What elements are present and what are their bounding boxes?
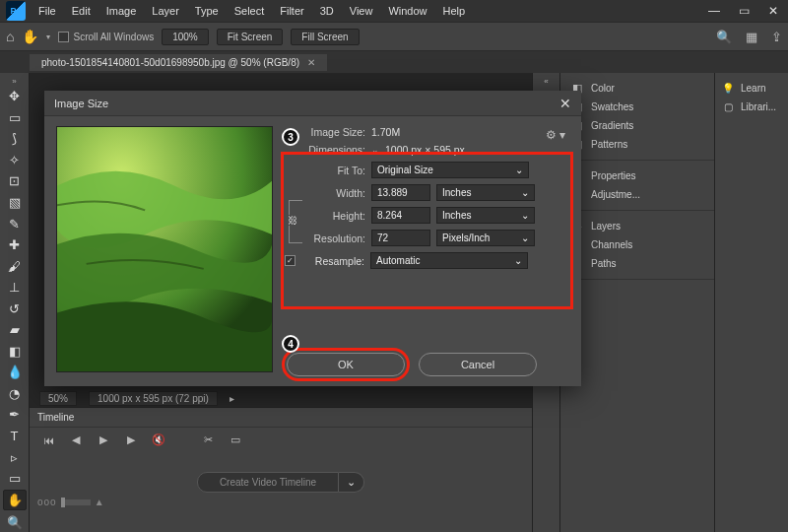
- app-logo: Ps: [6, 1, 26, 21]
- menu-3d[interactable]: 3D: [313, 3, 341, 19]
- cancel-button[interactable]: Cancel: [419, 353, 537, 376]
- menu-image[interactable]: Image: [99, 3, 144, 19]
- farpanel-librari[interactable]: ▢Librari...: [715, 98, 788, 116]
- frame-tool[interactable]: ▧: [3, 193, 27, 213]
- zoom-level-button[interactable]: 100%: [162, 29, 209, 45]
- menu-window[interactable]: Window: [381, 3, 433, 19]
- titlebar: Ps FileEditImageLayerTypeSelectFilter3DV…: [0, 0, 788, 22]
- menu-view[interactable]: View: [343, 3, 380, 19]
- panel-channels[interactable]: ◉Channels: [560, 235, 714, 254]
- panel-gradients[interactable]: ▤Gradients: [560, 116, 714, 135]
- tools-panel: » ✥ ▭ ⟆ ✧ ⊡ ▧ ✎ ✚ 🖌 ⊥ ↺ ▰ ◧ 💧 ◔ ✒ T ▹ ▭ …: [0, 73, 30, 532]
- document-tab-bar: photo-1501854140801-50d01698950b.jpg @ 5…: [0, 51, 788, 73]
- callout-4: 4: [282, 335, 299, 353]
- document-tab[interactable]: photo-1501854140801-50d01698950b.jpg @ 5…: [30, 54, 327, 71]
- dialog-close-icon[interactable]: ✕: [559, 96, 571, 111]
- callout-3: 3: [282, 128, 299, 146]
- status-bar: 50% 1000 px x 595 px (72 ppi) ▸: [30, 389, 234, 407]
- image-size-value: 1.70M: [371, 126, 400, 138]
- panel-collapse-icon[interactable]: «: [544, 77, 548, 86]
- close-button[interactable]: ✕: [758, 2, 788, 20]
- tl-transition-icon[interactable]: ▭: [227, 433, 244, 446]
- dodge-tool[interactable]: ◔: [3, 384, 27, 404]
- panel-adjustme[interactable]: ◐Adjustme...: [560, 185, 714, 204]
- lasso-tool[interactable]: ⟆: [3, 129, 27, 149]
- shape-tool[interactable]: ▭: [3, 469, 27, 489]
- wand-tool[interactable]: ✧: [3, 151, 27, 170]
- panel-paths[interactable]: ⌁Paths: [560, 254, 714, 273]
- workspace-icon[interactable]: ▦: [746, 30, 757, 44]
- panel-swatches[interactable]: ▦Swatches: [560, 98, 714, 116]
- tl-frames-icon[interactable]: ooo: [37, 497, 57, 507]
- minimize-button[interactable]: —: [699, 2, 729, 20]
- image-preview: [56, 126, 273, 372]
- tl-first-icon[interactable]: ⏮: [39, 434, 57, 446]
- menu-type[interactable]: Type: [188, 3, 226, 19]
- status-chevron-icon[interactable]: ▸: [230, 393, 234, 404]
- eyedropper-tool[interactable]: ✎: [3, 214, 27, 233]
- tl-zoom-slider[interactable]: [61, 499, 91, 505]
- brush-tool[interactable]: 🖌: [3, 256, 27, 276]
- far-right-panel: 💡Learn▢Librari...: [714, 73, 788, 532]
- menu-layer[interactable]: Layer: [145, 3, 186, 19]
- tl-cut-icon[interactable]: ✂: [199, 433, 217, 446]
- dialog-title: Image Size: [54, 98, 108, 109]
- tl-play-icon[interactable]: ▶: [95, 433, 112, 446]
- search-icon[interactable]: 🔍: [716, 30, 732, 44]
- hand-tool-icon[interactable]: ✋: [22, 29, 38, 44]
- options-bar: ⌂ ✋▾ Scroll All Windows 100% Fit Screen …: [0, 22, 788, 51]
- gradient-tool[interactable]: ◧: [3, 342, 27, 362]
- path-tool[interactable]: ▹: [3, 447, 27, 467]
- ok-button[interactable]: OK: [287, 353, 405, 376]
- status-info[interactable]: 1000 px x 595 px (72 ppi): [89, 391, 218, 406]
- timeline-header[interactable]: Timeline: [30, 408, 532, 428]
- tl-mountain-icon: ▲: [95, 497, 104, 507]
- menu-help[interactable]: Help: [436, 3, 473, 19]
- create-video-dropdown[interactable]: ⌄: [339, 472, 364, 493]
- stamp-tool[interactable]: ⊥: [3, 278, 27, 298]
- panel-patterns[interactable]: ▥Patterns: [560, 135, 714, 154]
- document-tab-label: photo-1501854140801-50d01698950b.jpg @ 5…: [41, 57, 299, 68]
- close-tab-icon[interactable]: ✕: [307, 57, 315, 68]
- menu-filter[interactable]: Filter: [273, 3, 310, 19]
- timeline-panel: Timeline ⏮ ◀ ▶ ▶ 🔇 ✂ ▭ Create Video Time…: [30, 407, 532, 532]
- status-zoom[interactable]: 50%: [39, 391, 77, 406]
- panel-properties[interactable]: ☰Properties: [560, 166, 714, 185]
- share-icon[interactable]: ⇪: [771, 30, 782, 44]
- scroll-all-checkbox[interactable]: Scroll All Windows: [58, 32, 154, 42]
- highlight-box-3: [281, 152, 573, 309]
- menu-select[interactable]: Select: [228, 3, 272, 19]
- gear-icon[interactable]: ⚙ ▾: [546, 128, 565, 142]
- pen-tool[interactable]: ✒: [3, 405, 27, 425]
- image-size-dialog: Image Size ✕ ⚙ ▾ Image Size:1.70M Dimens…: [44, 91, 581, 386]
- tl-audio-icon[interactable]: 🔇: [150, 433, 167, 446]
- maximize-button[interactable]: ▭: [729, 2, 758, 20]
- constrain-link-icon[interactable]: [289, 200, 302, 243]
- blur-tool[interactable]: 💧: [3, 363, 27, 382]
- history-brush-tool[interactable]: ↺: [3, 299, 27, 318]
- fill-screen-button[interactable]: Fill Screen: [291, 29, 359, 45]
- type-tool[interactable]: T: [3, 427, 27, 446]
- menu-file[interactable]: File: [32, 3, 63, 19]
- crop-tool[interactable]: ⊡: [3, 171, 27, 191]
- fit-screen-button[interactable]: Fit Screen: [217, 29, 284, 45]
- tl-next-icon[interactable]: ▶: [122, 433, 140, 446]
- panel-color[interactable]: ◧Color: [560, 79, 714, 98]
- panel-layers[interactable]: ◈Layers: [560, 217, 714, 235]
- marquee-tool[interactable]: ▭: [3, 108, 27, 128]
- heal-tool[interactable]: ✚: [3, 235, 27, 255]
- hand-tool[interactable]: ✋: [3, 490, 27, 510]
- farpanel-learn[interactable]: 💡Learn: [715, 79, 788, 98]
- tl-prev-icon[interactable]: ◀: [67, 433, 85, 446]
- tools-collapse-icon[interactable]: »: [12, 77, 16, 85]
- zoom-tool[interactable]: 🔍: [3, 512, 27, 532]
- eraser-tool[interactable]: ▰: [3, 320, 27, 340]
- main-menu: FileEditImageLayerTypeSelectFilter3DView…: [32, 3, 472, 19]
- create-video-timeline-button[interactable]: Create Video Timeline: [197, 472, 339, 493]
- window-buttons: — ▭ ✕: [699, 2, 788, 20]
- move-tool[interactable]: ✥: [3, 87, 27, 106]
- home-icon[interactable]: ⌂: [6, 29, 14, 44]
- menu-edit[interactable]: Edit: [65, 3, 98, 19]
